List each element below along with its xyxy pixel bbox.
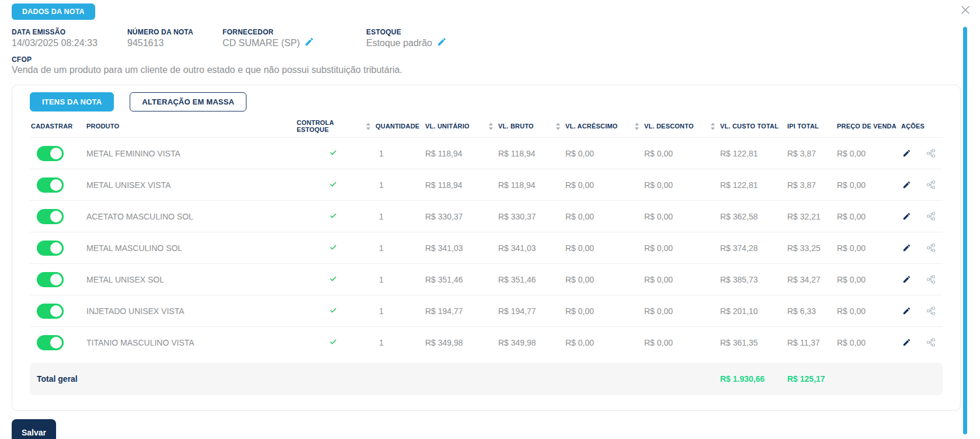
edit-item-pencil-icon[interactable] (902, 212, 911, 221)
cadastrar-toggle[interactable] (37, 241, 64, 256)
field-fornecedor: FORNECEDOR CD SUMARE (SP) (223, 28, 366, 48)
cell-produto: TITANIO MASCULINO VISTA (85, 338, 296, 347)
column-header-vl_acrescimo: VL. ACRÉSCIMO (564, 123, 643, 130)
cell-vl_acrescimo: R$ 0,00 (564, 275, 643, 284)
total-vl-custo-total: R$ 1.930,66 (719, 374, 786, 384)
cell-vl_bruto: R$ 341,03 (497, 243, 564, 253)
cell-ipi_total: R$ 33,25 (786, 243, 836, 253)
edit-item-pencil-icon[interactable] (902, 275, 911, 284)
split-item-icon[interactable] (926, 337, 936, 347)
column-header-label: VL. CUSTO TOTAL (720, 123, 779, 130)
edit-estoque-pencil-icon[interactable] (437, 37, 447, 47)
edit-item-pencil-icon[interactable] (902, 306, 911, 315)
cell-produto: ACETATO MASCULINO SOL (85, 212, 296, 221)
split-item-icon[interactable] (926, 180, 936, 190)
save-button[interactable]: Salvar (12, 419, 56, 439)
cell-vl_desconto: R$ 0,00 (643, 306, 719, 316)
cell-vl_desconto: R$ 0,00 (643, 149, 719, 158)
note-header-fields: DATA EMISSÃO 14/03/2025 08:24:33 NÚMERO … (12, 28, 980, 48)
cell-cadastrar (30, 272, 85, 287)
column-header-label: CADASTRAR (31, 123, 72, 130)
cell-vl_bruto: R$ 118,94 (497, 180, 564, 190)
edit-item-pencil-icon[interactable] (902, 180, 911, 189)
split-item-icon[interactable] (926, 274, 936, 284)
cell-vl_desconto: R$ 0,00 (643, 180, 719, 190)
cell-controla_estoque (296, 275, 374, 284)
cell-vl_desconto: R$ 0,00 (643, 243, 719, 253)
cell-cadastrar (30, 209, 85, 224)
vertical-scrollbar[interactable] (963, 27, 967, 434)
sort-icon[interactable] (710, 123, 715, 130)
cell-acoes (900, 306, 943, 316)
sort-icon[interactable] (634, 123, 640, 130)
cell-vl_unitario: R$ 341,03 (424, 243, 497, 253)
sort-icon[interactable] (555, 123, 561, 130)
cell-vl_acrescimo: R$ 0,00 (564, 180, 643, 190)
cell-acoes (900, 211, 943, 221)
cell-controla_estoque (296, 212, 374, 221)
field-value: 9451613 (127, 38, 217, 48)
column-header-label: AÇÕES (901, 123, 925, 130)
cell-vl_desconto: R$ 0,00 (643, 275, 719, 284)
cell-quantidade: 1 (374, 306, 424, 316)
cadastrar-toggle[interactable] (37, 335, 64, 350)
cell-produto: METAL FEMININO VISTA (85, 149, 296, 158)
edit-item-pencil-icon[interactable] (902, 149, 911, 158)
check-icon (329, 149, 337, 158)
check-icon (329, 243, 337, 253)
cell-vl_custo_total: R$ 361,35 (719, 338, 786, 347)
cell-vl_acrescimo: R$ 0,00 (564, 212, 643, 221)
field-label: ESTOQUE (366, 28, 447, 36)
column-header-acoes: AÇÕES (900, 123, 943, 130)
field-label: DATA EMISSÃO (12, 28, 121, 36)
close-icon[interactable] (960, 5, 971, 15)
cadastrar-toggle[interactable] (37, 146, 64, 161)
cell-vl_bruto: R$ 330,37 (497, 212, 564, 221)
sort-icon[interactable] (488, 123, 494, 130)
sort-icon[interactable] (366, 123, 371, 130)
cell-vl_unitario: R$ 330,37 (424, 212, 497, 221)
table-body: METAL FEMININO VISTA1R$ 118,94R$ 118,94R… (30, 137, 943, 358)
cell-produto: METAL UNISEX SOL (85, 275, 296, 284)
cell-controla_estoque (296, 180, 374, 190)
edit-item-pencil-icon[interactable] (902, 243, 911, 252)
table-row: METAL MASCULINO SOL1R$ 341,03R$ 341,03R$… (30, 232, 943, 263)
cell-quantidade: 1 (374, 275, 424, 284)
tab-itens-da-nota[interactable]: ITENS DA NOTA (30, 92, 114, 112)
cell-ipi_total: R$ 3,87 (786, 180, 836, 190)
cell-acoes (900, 337, 943, 347)
cell-vl_custo_total: R$ 362,58 (719, 212, 786, 221)
cell-acoes (900, 180, 943, 190)
cell-controla_estoque (296, 243, 374, 253)
cell-quantidade: 1 (374, 338, 424, 347)
split-item-icon[interactable] (926, 243, 936, 253)
cadastrar-toggle[interactable] (37, 177, 64, 193)
split-item-icon[interactable] (926, 306, 936, 316)
cell-acoes (900, 274, 943, 284)
tabs: ITENS DA NOTA ALTERAÇÃO EM MASSA (30, 92, 943, 112)
cell-vl_custo_total: R$ 122,81 (719, 180, 786, 190)
field-label: FORNECEDOR (223, 28, 360, 36)
edit-item-pencil-icon[interactable] (902, 338, 911, 347)
cell-vl_unitario: R$ 351,46 (424, 275, 497, 284)
cell-cadastrar (30, 304, 85, 319)
tab-alteracao-em-massa[interactable]: ALTERAÇÃO EM MASSA (130, 92, 246, 112)
check-icon (329, 306, 337, 316)
column-header-label: IPI TOTAL (787, 123, 819, 130)
check-icon (329, 275, 337, 284)
column-header-quantidade: QUANTIDADE (374, 123, 424, 130)
dados-da-nota-button[interactable]: DADOS DA NOTA (12, 4, 95, 20)
cell-vl_desconto: R$ 0,00 (643, 338, 719, 347)
cell-vl_desconto: R$ 0,00 (643, 212, 719, 221)
cadastrar-toggle[interactable] (37, 272, 64, 287)
split-item-icon[interactable] (926, 148, 936, 158)
column-header-vl_unitario: VL. UNITÁRIO (424, 123, 497, 130)
table-row: TITANIO MASCULINO VISTA1R$ 349,98R$ 349,… (30, 326, 943, 358)
cadastrar-toggle[interactable] (37, 304, 64, 319)
split-item-icon[interactable] (926, 211, 936, 221)
edit-fornecedor-pencil-icon[interactable] (304, 37, 314, 47)
cell-acoes (900, 243, 943, 253)
cell-produto: INJETADO UNISEX VISTA (85, 306, 296, 316)
cadastrar-toggle[interactable] (37, 209, 64, 224)
field-value: Estoque padrão (366, 38, 432, 48)
